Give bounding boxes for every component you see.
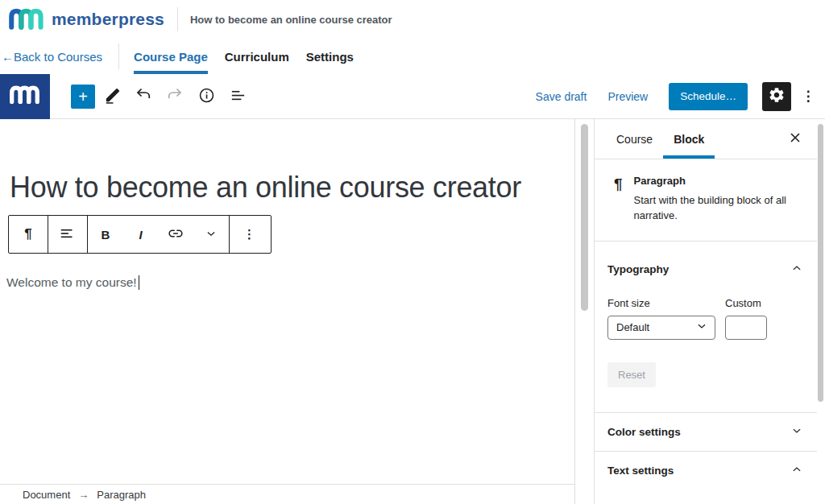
chevron-down-icon [790, 423, 804, 440]
font-size-select[interactable]: Default [607, 316, 715, 340]
brand-name: memberpress [52, 10, 164, 29]
tab-curriculum[interactable]: Curriculum [225, 39, 289, 74]
tab-course-page[interactable]: Course Page [134, 39, 208, 74]
paragraph-text: Welcome to my course! [6, 275, 137, 290]
custom-label: Custom [725, 297, 804, 309]
block-toolbar: ¶ B I [8, 215, 272, 254]
paragraph-block-icon: ¶ [614, 175, 623, 224]
typography-panel-toggle[interactable]: Typography [607, 261, 804, 278]
more-tools-menu-button[interactable]: ⋮ [798, 82, 819, 111]
typography-title: Typography [607, 263, 669, 275]
sidebar-scroll-gutter [817, 119, 825, 504]
block-card-title: Paragraph [634, 175, 804, 187]
header-document-title: How to become an online course creator [190, 14, 392, 26]
schedule-button[interactable]: Schedule… [669, 83, 748, 110]
list-view-icon [229, 86, 247, 107]
more-options-icon: ⋮ [243, 227, 255, 242]
align-text-button[interactable] [50, 216, 85, 253]
memberpress-home-button[interactable] [0, 74, 50, 119]
text-settings-toggle[interactable]: Text settings [595, 452, 817, 490]
pencil-icon [103, 86, 122, 107]
memberpress-m-icon [9, 84, 41, 109]
redo-icon [165, 85, 184, 107]
italic-icon: I [139, 228, 143, 242]
paragraph-icon: ¶ [24, 226, 31, 242]
breadcrumb: Document → Paragraph [0, 484, 574, 504]
color-settings-label: Color settings [607, 426, 681, 438]
close-icon [789, 131, 802, 147]
breadcrumb-document[interactable]: Document [23, 489, 70, 501]
sidebar-tabs: Course Block [595, 119, 817, 159]
content-structure-button[interactable] [192, 82, 221, 111]
content-scroll-gutter [575, 119, 594, 504]
redo-button[interactable] [160, 82, 189, 111]
font-size-value: Default [616, 321, 649, 333]
edit-mode-button[interactable] [97, 82, 126, 111]
nav-divider [118, 43, 119, 69]
custom-font-size-input[interactable] [725, 316, 767, 340]
block-navigation-button[interactable] [223, 82, 252, 111]
header-divider [177, 7, 178, 31]
more-formatting-button[interactable] [193, 216, 229, 253]
save-draft-link[interactable]: Save draft [536, 90, 587, 103]
settings-gear-button[interactable] [762, 82, 791, 111]
back-to-courses-link[interactable]: ←Back to Courses [2, 50, 102, 64]
link-icon [167, 225, 184, 245]
block-info-card: ¶ Paragraph Start with the building bloc… [595, 159, 817, 242]
undo-icon [134, 85, 153, 107]
paragraph-block[interactable]: Welcome to my course! [6, 275, 574, 290]
bold-icon: B [101, 228, 110, 242]
align-left-icon [59, 225, 77, 245]
block-card-description: Start with the building block of all nar… [634, 193, 804, 224]
content-scrollbar-thumb[interactable] [581, 124, 588, 311]
preview-link[interactable]: Preview [607, 90, 648, 103]
bold-button[interactable]: B [88, 216, 123, 253]
block-options-button[interactable]: ⋮ [232, 216, 267, 253]
add-block-button[interactable]: + [71, 85, 95, 109]
text-cursor [139, 275, 140, 290]
block-type-button[interactable]: ¶ [10, 216, 46, 253]
kebab-menu-icon: ⋮ [802, 89, 815, 104]
editor-workspace: How to become an online course creator ¶ [0, 119, 825, 504]
settings-sidebar: Course Block ¶ Paragraph Start with the … [594, 119, 817, 504]
course-nav: ←Back to Courses Course Page Curriculum … [0, 39, 825, 74]
course-nav-tabs: Course Page Curriculum Settings [134, 39, 371, 74]
gear-icon [768, 86, 786, 106]
post-title-input[interactable]: How to become an online course creator [10, 171, 574, 204]
font-size-label: Font size [607, 297, 715, 309]
text-settings-label: Text settings [607, 465, 674, 477]
top-bar: memberpress How to become an online cour… [0, 0, 825, 39]
color-settings-toggle[interactable]: Color settings [595, 413, 817, 452]
breadcrumb-arrow-icon: → [78, 489, 89, 501]
info-icon [197, 86, 216, 107]
breadcrumb-paragraph[interactable]: Paragraph [97, 489, 146, 501]
chevron-up-icon [790, 261, 804, 278]
sidebar-tab-block[interactable]: Block [663, 119, 715, 159]
memberpress-course-editor: memberpress How to become an online cour… [0, 0, 825, 504]
sidebar-scrollbar-thumb[interactable] [818, 124, 823, 402]
close-sidebar-button[interactable] [785, 129, 806, 150]
editor-canvas: How to become an online course creator ¶ [0, 119, 575, 504]
chevron-up-icon [790, 462, 804, 479]
editor-toolbar: + Save draft Prev [0, 74, 825, 119]
sidebar-tab-course[interactable]: Course [606, 119, 663, 159]
plus-icon: + [78, 89, 88, 105]
typography-panel: Typography Font size Custom Default [595, 242, 817, 413]
memberpress-logo-icon [8, 6, 45, 33]
select-chevron-down-icon [695, 320, 708, 335]
undo-button[interactable] [129, 82, 158, 111]
link-button[interactable] [159, 216, 194, 253]
italic-button[interactable]: I [123, 216, 159, 253]
tab-settings[interactable]: Settings [306, 39, 354, 74]
chevron-down-icon [204, 226, 218, 243]
reset-button[interactable]: Reset [607, 362, 656, 387]
